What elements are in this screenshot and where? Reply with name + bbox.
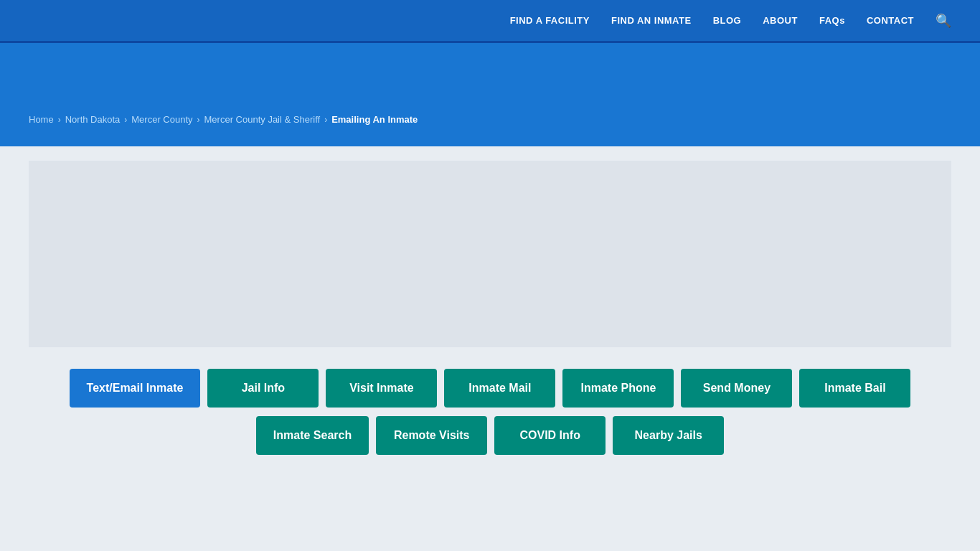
- nav-link-blog[interactable]: BLOG: [713, 15, 742, 26]
- breadcrumb: Home›North Dakota›Mercer County›Mercer C…: [29, 114, 951, 125]
- navbar: FIND A FACILITYFIND AN INMATEBLOGABOUTFA…: [0, 0, 980, 43]
- breadcrumb-item-north-dakota[interactable]: North Dakota: [65, 114, 121, 125]
- ad-space: [29, 161, 951, 347]
- breadcrumb-item-mercer-jail[interactable]: Mercer County Jail & Sheriff: [204, 114, 321, 125]
- btn-nearby-jails[interactable]: Nearby Jails: [613, 416, 724, 455]
- buttons-section: Text/Email InmateJail InfoVisit InmateIn…: [29, 369, 951, 455]
- nav-links: FIND A FACILITYFIND AN INMATEBLOGABOUTFA…: [510, 13, 951, 29]
- breadcrumb-separator: ›: [324, 115, 327, 125]
- btn-inmate-phone[interactable]: Inmate Phone: [562, 369, 674, 408]
- btn-jail-info[interactable]: Jail Info: [207, 369, 319, 408]
- breadcrumb-separator: ›: [197, 115, 200, 125]
- nav-link-about[interactable]: ABOUT: [763, 15, 798, 26]
- buttons-row-2: Inmate SearchRemote VisitsCOVID InfoNear…: [256, 416, 724, 455]
- btn-visit-inmate[interactable]: Visit Inmate: [326, 369, 437, 408]
- btn-inmate-mail[interactable]: Inmate Mail: [444, 369, 555, 408]
- breadcrumb-item-home[interactable]: Home: [29, 114, 54, 125]
- nav-link-find-facility[interactable]: FIND A FACILITY: [510, 15, 590, 26]
- page-title: [29, 72, 951, 103]
- breadcrumb-item-mercer-county[interactable]: Mercer County: [131, 114, 192, 125]
- main-content: Text/Email InmateJail InfoVisit InmateIn…: [0, 146, 980, 498]
- search-icon[interactable]: 🔍: [936, 13, 951, 29]
- nav-link-faqs[interactable]: FAQs: [819, 15, 845, 26]
- breadcrumb-separator: ›: [58, 115, 61, 125]
- buttons-row-1: Text/Email InmateJail InfoVisit InmateIn…: [70, 369, 911, 408]
- btn-inmate-bail[interactable]: Inmate Bail: [799, 369, 910, 408]
- breadcrumb-current: Emailing An Inmate: [331, 114, 418, 125]
- hero-section: Home›North Dakota›Mercer County›Mercer C…: [0, 43, 980, 146]
- btn-covid-info[interactable]: COVID Info: [494, 416, 606, 455]
- breadcrumb-separator: ›: [124, 115, 127, 125]
- btn-remote-visits[interactable]: Remote Visits: [376, 416, 487, 455]
- btn-text-email-inmate[interactable]: Text/Email Inmate: [70, 369, 201, 408]
- nav-link-find-inmate[interactable]: FIND AN INMATE: [611, 15, 692, 26]
- btn-send-money[interactable]: Send Money: [681, 369, 792, 408]
- btn-inmate-search[interactable]: Inmate Search: [256, 416, 369, 455]
- nav-link-contact[interactable]: CONTACT: [867, 15, 914, 26]
